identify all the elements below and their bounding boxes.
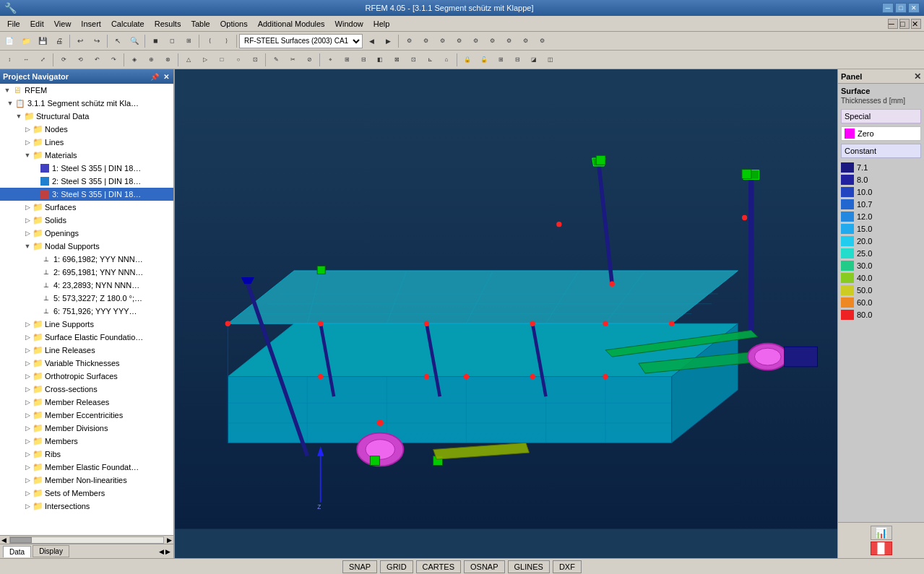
tb-extra3[interactable]: ⊞ (181, 33, 197, 49)
panel-constant-item[interactable]: Constant (841, 144, 921, 158)
panel-color-btn[interactable]: █ (871, 542, 892, 556)
expand-member-div[interactable]: ▷ (23, 425, 32, 432)
tb-tools7[interactable]: ⚙ (501, 33, 517, 49)
tb2-12[interactable]: ▷ (197, 52, 213, 68)
tb-extra1[interactable]: ◼ (147, 33, 163, 49)
tree-solids[interactable]: ▷ 📁 Solids (0, 214, 173, 227)
tb-open-btn[interactable]: 📁 (18, 33, 34, 49)
tree-mat2[interactable]: 2: Steel S 355 | DIN 18… (0, 175, 173, 188)
tb2-28[interactable]: 🔓 (476, 52, 492, 68)
tb2-26[interactable]: ⌂ (439, 52, 454, 68)
app-minimize-btn[interactable]: ─ (882, 3, 894, 13)
tree-lines[interactable]: ▷ 📁 Lines (0, 136, 173, 149)
tb-tools1[interactable]: ⚙ (401, 33, 417, 49)
tree-root[interactable]: ▼ 🖥 RFEM (0, 84, 173, 97)
tb2-13[interactable]: □ (214, 52, 230, 68)
expand-intersections[interactable]: ▷ (23, 503, 32, 510)
tb2-6[interactable]: ↶ (89, 52, 105, 68)
tb2-19[interactable]: ⌖ (322, 52, 338, 68)
expand-mem-elastic[interactable]: ▷ (23, 464, 32, 471)
tb2-3[interactable]: ⤢ (35, 52, 51, 68)
tb2-29[interactable]: ⊞ (493, 52, 509, 68)
expand-ribs[interactable]: ▷ (23, 451, 32, 458)
win-close-btn[interactable]: ✕ (911, 19, 921, 29)
menu-item-help[interactable]: Help (369, 18, 394, 30)
app-win-controls[interactable]: ─ □ ✕ (882, 3, 920, 13)
tree-materials[interactable]: ▼ 📁 Materials (0, 149, 173, 162)
tb2-22[interactable]: ◧ (372, 52, 388, 68)
tb2-31[interactable]: ◪ (526, 52, 542, 68)
tb2-23[interactable]: ⊠ (389, 52, 405, 68)
nav-expand-btn[interactable]: ▶ (165, 548, 170, 555)
tree-sets-members[interactable]: ▷ 📁 Sets of Members (0, 487, 173, 500)
panel-special-item[interactable]: Special (841, 109, 921, 123)
tb2-21[interactable]: ⊟ (355, 52, 371, 68)
tb-tools2[interactable]: ⚙ (418, 33, 433, 49)
tree-ns5[interactable]: ⊥ 6: 751,926; YYY YYY… (0, 305, 173, 318)
tb2-30[interactable]: ⊟ (509, 52, 525, 68)
tb-prev-btn[interactable]: ◀ (363, 33, 379, 49)
tb-tools6[interactable]: ⚙ (484, 33, 500, 49)
viewport[interactable]: Z (175, 69, 837, 558)
tb-next-btn[interactable]: ▶ (380, 33, 396, 49)
tree-intersections[interactable]: ▷ 📁 Intersections (0, 500, 173, 513)
panel-close-btn[interactable]: ✕ (914, 71, 921, 82)
expand-surfaces[interactable]: ▷ (23, 204, 32, 211)
tree-nodes[interactable]: ▷ 📁 Nodes (0, 123, 173, 136)
expand-line-releases[interactable]: ▷ (23, 347, 32, 354)
app-close-btn[interactable]: ✕ (908, 3, 920, 13)
menu-item-table[interactable]: Table (186, 18, 214, 30)
tb-print-btn[interactable]: 🖨 (51, 33, 67, 49)
tb2-14[interactable]: ○ (230, 52, 246, 68)
tree-line-releases[interactable]: ▷ 📁 Line Releases (0, 344, 173, 357)
tree-mat1[interactable]: 1: Steel S 355 | DIN 18… (0, 162, 173, 175)
expand-line-supports[interactable]: ▷ (23, 321, 32, 328)
tree-view[interactable]: ▼ 🖥 RFEM ▼ 📋 3.1.1 Segment schütz mit Kl… (0, 84, 173, 535)
tb2-27[interactable]: 🔒 (459, 52, 475, 68)
menu-item-view[interactable]: View (50, 18, 76, 30)
status-cartes-btn[interactable]: CARTES (416, 560, 461, 573)
expand-mem-nonlin[interactable]: ▷ (23, 477, 32, 484)
win-restore-btn[interactable]: □ (899, 19, 910, 29)
nav-pin-btn[interactable]: 📌 (149, 73, 160, 81)
expand-ortho-surf[interactable]: ▷ (23, 373, 32, 380)
tb-undo-btn[interactable]: ↩ (72, 33, 88, 49)
tb2-24[interactable]: ⊡ (405, 52, 421, 68)
tb-tools9[interactable]: ⚙ (534, 33, 550, 49)
expand-materials[interactable]: ▼ (23, 152, 32, 159)
menu-item-results[interactable]: Results (150, 18, 186, 30)
tb2-5[interactable]: ⟲ (72, 52, 88, 68)
tb-save-btn[interactable]: 💾 (35, 33, 51, 49)
menu-item-file[interactable]: File (3, 18, 25, 30)
tb2-1[interactable]: ↕ (1, 52, 17, 68)
expand-sets-members[interactable]: ▷ (23, 490, 32, 497)
tree-project[interactable]: ▼ 📋 3.1.1 Segment schütz mit Kla… (0, 97, 173, 110)
tb-tools5[interactable]: ⚙ (467, 33, 483, 49)
nav-close-btn[interactable]: ✕ (162, 73, 170, 81)
tb-tools4[interactable]: ⚙ (451, 33, 467, 49)
expand-nodes[interactable]: ▷ (23, 126, 32, 133)
status-snap-btn[interactable]: SNAP (342, 560, 377, 573)
tb2-2[interactable]: ↔ (18, 52, 34, 68)
tree-var-thick[interactable]: ▷ 📁 Variable Thicknesses (0, 357, 173, 370)
tree-ns2[interactable]: ⊥ 2: 695,1981; YNY NNN… (0, 266, 173, 279)
menu-item-options[interactable]: Options (216, 18, 252, 30)
tree-surf-elastic[interactable]: ▷ 📁 Surface Elastic Foundatio… (0, 331, 173, 344)
tb2-8[interactable]: ◈ (126, 52, 142, 68)
tree-ns4[interactable]: ⊥ 5: 573,3227; Z 180.0 °;… (0, 292, 173, 305)
expand-project[interactable]: ▼ (6, 100, 14, 107)
menu-item-edit[interactable]: Edit (26, 18, 48, 30)
tree-mem-nonlin[interactable]: ▷ 📁 Member Non-linearities (0, 474, 173, 487)
tb-tools3[interactable]: ⚙ (434, 33, 450, 49)
tree-nodal-supports[interactable]: ▼ 📁 Nodal Supports (0, 240, 173, 253)
tree-member-div[interactable]: ▷ 📁 Member Divisions (0, 422, 173, 435)
nav-scroll-thumb[interactable] (10, 537, 32, 543)
tree-ribs[interactable]: ▷ 📁 Ribs (0, 448, 173, 461)
tree-member-releases[interactable]: ▷ 📁 Member Releases (0, 396, 173, 409)
expand-surf-elastic[interactable]: ▷ (23, 334, 32, 341)
tb2-25[interactable]: ⊾ (422, 52, 438, 68)
tb2-20[interactable]: ⊞ (339, 52, 355, 68)
tb-redo-btn[interactable]: ↪ (89, 33, 105, 49)
tree-mem-elastic[interactable]: ▷ 📁 Member Elastic Foundat… (0, 461, 173, 474)
tb2-9[interactable]: ⊕ (143, 52, 159, 68)
